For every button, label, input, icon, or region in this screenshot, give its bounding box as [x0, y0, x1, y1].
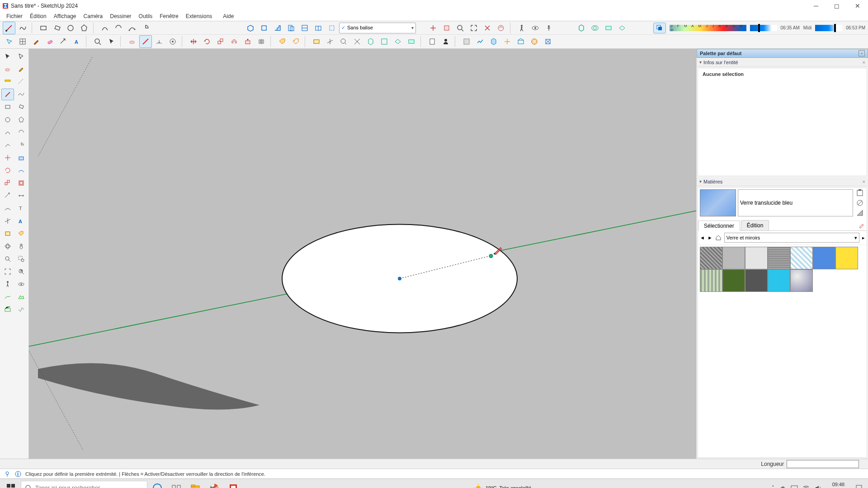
axes-tool-icon[interactable] [324, 35, 336, 48]
entity-info-header[interactable]: ▾ Infos sur l'entité × [697, 58, 868, 67]
weather-widget[interactable]: 19°C Très ensoleillé [474, 483, 531, 488]
current-material-swatch[interactable] [700, 189, 736, 216]
3dtext-lt-icon[interactable]: A [15, 215, 28, 227]
lasso-tool-icon[interactable] [15, 51, 28, 62]
orbit-lt-icon[interactable] [1, 240, 14, 252]
material-swatch[interactable] [790, 269, 813, 292]
position-camera-icon[interactable] [542, 22, 555, 34]
solid-group3-icon[interactable] [271, 22, 284, 34]
look-lt-icon[interactable] [15, 278, 28, 290]
tape-icon[interactable] [57, 35, 70, 48]
solid-group6-icon[interactable] [312, 22, 325, 34]
rect-lt-icon[interactable] [1, 101, 14, 113]
tray-onedrive-icon[interactable] [779, 484, 786, 488]
zoom-lt-icon[interactable] [1, 253, 14, 265]
materials-header[interactable]: ▾ Matières × [697, 177, 868, 186]
solid-c-icon[interactable] [392, 35, 404, 48]
plugin4-icon[interactable] [501, 35, 514, 48]
circle-tool-icon[interactable] [64, 22, 77, 34]
page-icon[interactable] [426, 35, 439, 48]
maximize-button[interactable]: ◻ [826, 0, 847, 11]
info-icon[interactable]: i [14, 470, 22, 478]
material-swatch[interactable] [768, 247, 790, 269]
plugin1-icon[interactable] [460, 35, 473, 48]
solid-group5-icon[interactable] [298, 22, 311, 34]
offset-copy-icon[interactable] [228, 35, 241, 48]
time-slider-am[interactable] [750, 25, 777, 31]
walk-lt-icon[interactable] [1, 278, 14, 290]
menu-camera[interactable]: Caméra [80, 12, 107, 21]
default-material-icon[interactable] [856, 199, 863, 206]
arc2-lt-icon[interactable] [15, 127, 28, 138]
freehand-tool-icon[interactable] [16, 22, 29, 34]
pan-tool-icon[interactable] [351, 35, 363, 48]
menu-edit[interactable]: Édition [26, 12, 50, 21]
rotate-copy-icon[interactable] [201, 35, 213, 48]
cortana-icon[interactable] [148, 480, 166, 488]
vcb-input[interactable] [787, 460, 859, 468]
pie-arc-tool-icon[interactable] [139, 22, 152, 34]
zoom-icon[interactable] [454, 22, 467, 34]
3pt-arc-tool-icon[interactable] [126, 22, 138, 34]
tray-sound-icon[interactable] [814, 484, 821, 488]
eraser-large-icon[interactable] [43, 35, 56, 48]
paint-lt-icon[interactable] [15, 63, 28, 75]
time-slider-pm[interactable] [815, 25, 842, 31]
text-lt-icon[interactable]: T [15, 202, 28, 214]
intersect-icon[interactable] [589, 22, 601, 34]
taskview-icon[interactable] [167, 480, 185, 488]
move-lt-icon[interactable] [1, 152, 14, 164]
shadow-toggle-icon[interactable] [653, 23, 666, 33]
plugin6-icon[interactable] [528, 35, 541, 48]
paint-icon[interactable] [30, 35, 42, 48]
move-copy-icon[interactable] [187, 35, 200, 48]
material-swatch[interactable] [700, 247, 722, 269]
user-icon[interactable] [439, 35, 452, 48]
tape2-lt-icon[interactable] [15, 76, 28, 88]
section-cut-icon[interactable] [481, 22, 494, 34]
section-display-icon[interactable] [440, 22, 453, 34]
material-swatch[interactable] [745, 247, 768, 269]
arc-lt-icon[interactable] [1, 127, 14, 138]
close-entity-icon[interactable]: × [863, 60, 865, 65]
start-button[interactable] [2, 480, 20, 488]
pin-icon[interactable]: ▫ [859, 50, 865, 56]
dim-lt-icon[interactable] [15, 190, 28, 202]
material-swatch[interactable] [790, 247, 813, 269]
walk-icon[interactable] [515, 22, 528, 34]
sandbox1-icon[interactable] [1, 291, 14, 303]
rotate-lt-icon[interactable] [1, 164, 14, 176]
tray-notifications-icon[interactable] [855, 484, 863, 488]
menu-view[interactable]: Affichage [50, 12, 80, 21]
secondary-color-icon[interactable] [856, 209, 863, 216]
tab-select[interactable]: Sélectionner [698, 221, 740, 231]
pie-lt-icon[interactable] [15, 139, 28, 151]
select-all-icon[interactable] [3, 35, 15, 48]
tray-clock[interactable]: 09:48 25/07/2024 [826, 482, 851, 488]
tape3-lt-icon[interactable] [1, 190, 14, 202]
taskbar-search[interactable] [21, 481, 147, 488]
section-tool-icon[interactable] [310, 35, 323, 48]
solid-d-icon[interactable] [405, 35, 418, 48]
home-icon[interactable] [715, 235, 722, 241]
2pt-arc-tool-icon[interactable] [112, 22, 125, 34]
tape-lt-icon[interactable] [1, 76, 14, 88]
protractor-icon[interactable] [153, 35, 165, 48]
rectangle-tool-icon[interactable] [37, 22, 50, 34]
text-icon[interactable]: A [71, 35, 83, 48]
sandbox2-icon[interactable] [15, 291, 28, 303]
dimension-icon[interactable] [166, 35, 179, 48]
plugin7-icon[interactable] [542, 35, 554, 48]
eraser-tool-icon[interactable] [126, 35, 138, 48]
tray-up-icon[interactable]: ˄ [772, 485, 774, 488]
close-button[interactable]: ✕ [847, 0, 868, 11]
zoomext-lt-icon[interactable] [1, 266, 14, 277]
pan-lt-icon[interactable] [15, 240, 28, 252]
back-icon[interactable]: ◄ [700, 235, 705, 240]
tray-wifi-icon[interactable] [802, 484, 810, 488]
material-swatch[interactable] [722, 247, 745, 269]
tray-lang-icon[interactable] [791, 484, 798, 488]
drawing-canvas[interactable] [29, 49, 696, 459]
plugin3-icon[interactable] [487, 35, 500, 48]
menu-file[interactable]: Fichier [3, 12, 26, 21]
